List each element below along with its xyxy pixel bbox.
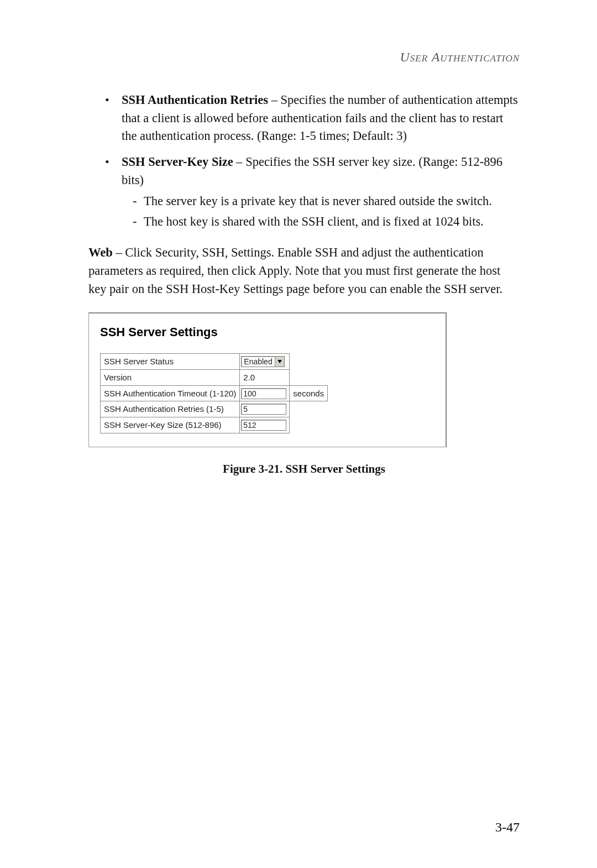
key-size-input[interactable]: 512 xyxy=(241,420,286,431)
empty-cell xyxy=(290,417,328,433)
web-text: – Click Security, SSH, Settings. Enable … xyxy=(88,245,502,295)
chevron-down-icon xyxy=(275,357,284,367)
page-number: 3-47 xyxy=(495,820,520,835)
cell-key-size: 512 xyxy=(240,417,290,433)
unit-auth-timeout: seconds xyxy=(290,385,328,401)
bullet-strong: SSH Authentication Retries xyxy=(122,93,268,107)
label-version: Version xyxy=(101,369,240,385)
server-status-select[interactable]: Enabled xyxy=(241,356,285,367)
empty-cell xyxy=(290,401,328,417)
ssh-settings-panel: SSH Server Settings SSH Server Status En… xyxy=(88,312,447,447)
web-strong: Web xyxy=(88,245,113,259)
bullet-item-retries: SSH Authentication Retries – Specifies t… xyxy=(105,91,520,145)
sub-bullet-hostkey: The host key is shared with the SSH clie… xyxy=(133,213,520,231)
label-server-status: SSH Server Status xyxy=(101,354,240,370)
label-auth-retries: SSH Authentication Retries (1-5) xyxy=(101,401,240,417)
auth-retries-input[interactable]: 5 xyxy=(241,404,286,415)
figure-caption: Figure 3-21. SSH Server Settings xyxy=(88,461,520,477)
cell-auth-retries: 5 xyxy=(240,401,290,417)
body-content: SSH Authentication Retries – Specifies t… xyxy=(88,91,520,477)
label-key-size: SSH Server-Key Size (512-896) xyxy=(101,417,240,433)
cell-auth-timeout: 100 xyxy=(240,385,290,401)
page: User Authentication SSH Authentication R… xyxy=(0,0,597,868)
row-version: Version 2.0 xyxy=(101,369,328,385)
row-server-status: SSH Server Status Enabled xyxy=(101,354,328,370)
page-header-text: User Authentication xyxy=(400,50,520,64)
cell-server-status: Enabled xyxy=(240,354,290,370)
bullet-item-keysize: SSH Server-Key Size – Specifies the SSH … xyxy=(105,153,520,231)
sub-bullet-serverkey: The server key is a private key that is … xyxy=(133,192,520,211)
row-key-size: SSH Server-Key Size (512-896) 512 xyxy=(101,417,328,433)
auth-timeout-input[interactable]: 100 xyxy=(241,388,286,399)
bullet-strong: SSH Server-Key Size xyxy=(122,155,233,169)
page-header: User Authentication xyxy=(88,50,520,65)
panel-title: SSH Server Settings xyxy=(100,323,434,341)
web-paragraph: Web – Click Security, SSH, Settings. Ena… xyxy=(88,244,520,298)
value-version: 2.0 xyxy=(240,369,290,385)
server-status-value: Enabled xyxy=(242,356,275,367)
label-auth-timeout: SSH Authentication Timeout (1-120) xyxy=(101,385,240,401)
row-auth-timeout: SSH Authentication Timeout (1-120) 100 s… xyxy=(101,385,328,401)
empty-cell xyxy=(290,369,328,385)
bullet-list: SSH Authentication Retries – Specifies t… xyxy=(88,91,520,231)
row-auth-retries: SSH Authentication Retries (1-5) 5 xyxy=(101,401,328,417)
settings-table: SSH Server Status Enabled Version 2.0 xyxy=(100,353,328,433)
empty-cell xyxy=(290,354,328,370)
svg-marker-0 xyxy=(277,360,282,363)
sub-bullet-list: The server key is a private key that is … xyxy=(122,192,520,231)
